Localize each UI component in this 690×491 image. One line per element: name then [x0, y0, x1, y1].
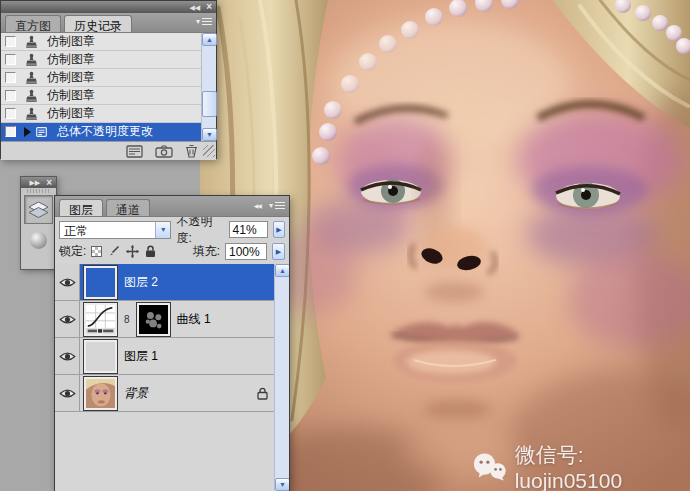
fill-label: 填充:	[193, 243, 220, 260]
background-layer-row[interactable]: 背景	[55, 375, 289, 412]
panel-menu-icon[interactable]	[275, 202, 285, 209]
layer-thumbnail[interactable]	[84, 266, 117, 299]
visibility-toggle[interactable]	[55, 375, 80, 411]
lock-label: 锁定:	[59, 243, 86, 260]
clone-stamp-icon	[24, 89, 39, 103]
clone-stamp-icon	[24, 35, 39, 49]
history-state[interactable]: 仿制图章	[1, 69, 216, 87]
scroll-down-icon[interactable]: ▼	[202, 128, 217, 141]
layer-name: 曲线 1	[177, 311, 211, 328]
lock-paint-brush-icon[interactable]	[108, 245, 120, 257]
layer-name: 图层 2	[124, 274, 158, 291]
dock-titlebar: ▶▶ ×	[21, 177, 56, 188]
panel-dock: ▶▶ ×	[20, 176, 57, 270]
opacity-input[interactable]: 41%	[229, 221, 268, 238]
styles-sphere-icon	[30, 232, 47, 249]
clone-stamp-icon	[24, 71, 39, 85]
photoshop-workspace: 微信号: luojin05100 ◀◀ × 直方图 历史记录 ▾ 仿制图章 仿制…	[0, 0, 690, 491]
scroll-down-icon[interactable]: ▼	[275, 478, 289, 491]
lock-row: 锁定: 填充: 100% ▶	[55, 241, 289, 264]
eye-icon	[59, 314, 76, 325]
dock-grip[interactable]	[27, 189, 50, 193]
watermark-text: 微信号: luojin05100	[515, 441, 690, 491]
delete-state-trash-icon[interactable]	[185, 144, 198, 158]
collapse-to-icons-icon[interactable]: ◀◀	[254, 202, 261, 209]
layer-name: 背景	[124, 385, 148, 402]
close-panel-icon[interactable]: ×	[206, 2, 212, 12]
wechat-icon	[472, 452, 507, 482]
styles-panel-dock-button[interactable]	[24, 226, 53, 255]
history-panel: ◀◀ × 直方图 历史记录 ▾ 仿制图章 仿制图章 仿	[0, 0, 217, 159]
tab-history[interactable]: 历史记录	[64, 15, 132, 32]
new-snapshot-icon[interactable]	[155, 145, 173, 158]
tab-channels[interactable]: 通道	[106, 199, 150, 216]
panel-resize-grip[interactable]	[203, 145, 215, 157]
history-titlebar: ◀◀ ×	[1, 1, 216, 13]
visibility-toggle[interactable]	[55, 301, 80, 337]
history-state[interactable]: 仿制图章	[1, 87, 216, 105]
eye-icon	[59, 388, 76, 399]
new-document-from-state-icon[interactable]	[126, 145, 143, 158]
opacity-label: 不透明度:	[176, 213, 223, 247]
layer-name: 图层 1	[124, 348, 158, 365]
set-source-well[interactable]	[5, 126, 16, 137]
background-photo-thumbnail[interactable]	[84, 377, 117, 410]
combo-dropdown-icon[interactable]: ▾	[155, 222, 170, 238]
history-state[interactable]: 仿制图章	[1, 51, 216, 69]
layer-row[interactable]: 图层 1	[55, 338, 289, 375]
visibility-toggle[interactable]	[55, 264, 80, 300]
background-lock-icon	[257, 387, 268, 400]
layers-tabbar: 图层 通道 ◀◀ ▾	[55, 196, 289, 217]
set-source-well[interactable]	[5, 72, 16, 83]
layers-scrollbar[interactable]: ▲ ▼	[274, 264, 289, 491]
history-state[interactable]: 仿制图章	[1, 33, 216, 51]
set-source-well[interactable]	[5, 90, 16, 101]
lock-transparency-icon[interactable]	[91, 246, 102, 257]
fill-spinner-icon[interactable]: ▶	[272, 243, 285, 260]
set-source-well[interactable]	[5, 54, 16, 65]
history-tabbar: 直方图 历史记录 ▾	[1, 13, 216, 33]
history-scrollbar[interactable]: ▲ ▼	[201, 33, 216, 141]
scroll-up-icon[interactable]: ▲	[275, 264, 289, 277]
layers-panel: 图层 通道 ◀◀ ▾ 正常 ▾ 不透明度: 41% ▶ 锁定:	[54, 195, 290, 491]
expand-dock-icon[interactable]: ▶▶	[29, 179, 40, 186]
opacity-change-icon	[34, 125, 49, 139]
blend-mode-row: 正常 ▾ 不透明度: 41% ▶	[55, 217, 289, 241]
fill-input[interactable]: 100%	[225, 243, 267, 260]
blend-mode-select[interactable]: 正常 ▾	[59, 221, 171, 239]
layers-panel-menu: ◀◀ ▾	[254, 201, 285, 210]
eye-icon	[59, 351, 76, 362]
blend-mode-value: 正常	[60, 222, 155, 238]
lock-position-move-icon[interactable]	[126, 245, 139, 258]
lock-all-padlock-icon[interactable]	[145, 245, 156, 258]
layer-mask-thumbnail[interactable]	[137, 303, 170, 336]
watermark: 微信号: luojin05100	[472, 441, 690, 491]
layers-icon	[28, 201, 49, 218]
layer-thumbnail[interactable]	[84, 340, 117, 373]
curves-adjustment-thumbnail[interactable]	[84, 303, 117, 336]
opacity-spinner-icon[interactable]: ▶	[273, 221, 285, 238]
tab-histogram[interactable]: 直方图	[5, 15, 61, 32]
history-panel-menu-icon[interactable]: ▾	[196, 17, 212, 26]
layer-row-selected[interactable]: 图层 2	[55, 264, 289, 301]
collapse-panel-icon[interactable]: ◀◀	[189, 4, 200, 11]
layers-list: 图层 2 8	[55, 264, 289, 491]
set-source-well[interactable]	[5, 108, 16, 119]
history-state-selected[interactable]: 总体不透明度更改	[1, 123, 216, 141]
history-state-list: 仿制图章 仿制图章 仿制图章 仿制图章 仿制图章	[1, 33, 216, 141]
scroll-up-icon[interactable]: ▲	[202, 33, 217, 46]
menu-arrow-icon[interactable]: ▾	[269, 201, 273, 210]
history-state[interactable]: 仿制图章	[1, 105, 216, 123]
close-dock-icon[interactable]: ×	[46, 178, 52, 188]
tab-layers[interactable]: 图层	[59, 199, 103, 216]
scrollbar-thumb[interactable]	[202, 91, 217, 117]
current-state-pointer-icon[interactable]	[24, 127, 31, 137]
clone-stamp-icon	[24, 107, 39, 121]
eye-icon	[59, 277, 76, 288]
mask-link-icon[interactable]: 8	[124, 314, 130, 325]
layer-row[interactable]: 8 曲线 1	[55, 301, 289, 338]
set-source-well[interactable]	[5, 36, 16, 47]
clone-stamp-icon	[24, 53, 39, 67]
layers-panel-dock-button[interactable]	[24, 195, 53, 224]
visibility-toggle[interactable]	[55, 338, 80, 374]
